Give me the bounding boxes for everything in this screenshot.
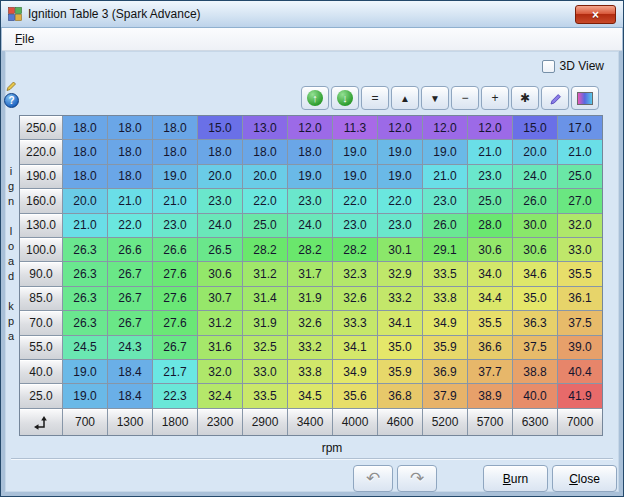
table-cell[interactable]: 20.0 bbox=[513, 140, 557, 163]
column-header[interactable]: 700 bbox=[63, 409, 107, 435]
table-cell[interactable]: 26.0 bbox=[513, 189, 557, 212]
table-cell[interactable]: 18.0 bbox=[63, 116, 107, 139]
column-header[interactable]: 4000 bbox=[333, 409, 377, 435]
undo-button[interactable]: ↶ bbox=[353, 465, 393, 492]
table-cell[interactable]: 18.4 bbox=[108, 384, 152, 407]
table-cell[interactable]: 17.0 bbox=[558, 116, 602, 139]
table-cell[interactable]: 21.0 bbox=[63, 214, 107, 237]
table-cell[interactable]: 30.0 bbox=[513, 214, 557, 237]
row-header[interactable]: 250.0 bbox=[20, 116, 62, 139]
table-cell[interactable]: 19.0 bbox=[333, 165, 377, 188]
table-cell[interactable]: 26.7 bbox=[108, 287, 152, 310]
table-cell[interactable]: 33.2 bbox=[288, 336, 332, 359]
row-header[interactable]: 130.0 bbox=[20, 214, 62, 237]
table-cell[interactable]: 18.0 bbox=[108, 140, 152, 163]
table-cell[interactable]: 22.0 bbox=[378, 189, 422, 212]
plus-button[interactable]: + bbox=[481, 86, 509, 110]
table-cell[interactable]: 26.5 bbox=[198, 238, 242, 261]
table-cell[interactable]: 41.9 bbox=[558, 384, 602, 407]
multiply-button[interactable]: ✱ bbox=[511, 86, 539, 110]
column-header[interactable]: 5700 bbox=[468, 409, 512, 435]
table-cell[interactable]: 32.3 bbox=[333, 262, 377, 285]
table-cell[interactable]: 25.0 bbox=[243, 214, 287, 237]
scale-up-button[interactable]: ▲ bbox=[391, 86, 419, 110]
table-cell[interactable]: 32.5 bbox=[243, 336, 287, 359]
table-cell[interactable]: 19.0 bbox=[63, 384, 107, 407]
table-cell[interactable]: 34.6 bbox=[513, 262, 557, 285]
column-header[interactable]: 3400 bbox=[288, 409, 332, 435]
row-header[interactable]: 85.0 bbox=[20, 287, 62, 310]
table-cell[interactable]: 31.9 bbox=[288, 287, 332, 310]
table-cell[interactable]: 36.1 bbox=[558, 287, 602, 310]
view-3d-checkbox[interactable] bbox=[542, 60, 555, 73]
interpolate-button[interactable] bbox=[571, 86, 599, 110]
table-cell[interactable]: 37.5 bbox=[513, 336, 557, 359]
table-cell[interactable]: 37.5 bbox=[558, 311, 602, 334]
table-cell[interactable]: 33.2 bbox=[378, 287, 422, 310]
table-cell[interactable]: 26.6 bbox=[108, 238, 152, 261]
table-cell[interactable]: 19.0 bbox=[63, 360, 107, 383]
scale-down-button[interactable]: ▼ bbox=[421, 86, 449, 110]
table-cell[interactable]: 25.0 bbox=[558, 165, 602, 188]
table-cell[interactable]: 19.0 bbox=[423, 140, 467, 163]
table-cell[interactable]: 34.4 bbox=[468, 287, 512, 310]
table-cell[interactable]: 22.0 bbox=[243, 189, 287, 212]
table-cell[interactable]: 33.0 bbox=[558, 238, 602, 261]
table-cell[interactable]: 31.2 bbox=[243, 262, 287, 285]
table-cell[interactable]: 25.0 bbox=[468, 189, 512, 212]
column-header[interactable]: 7000 bbox=[558, 409, 602, 435]
row-header[interactable]: 40.0 bbox=[20, 360, 62, 383]
table-cell[interactable]: 33.8 bbox=[288, 360, 332, 383]
column-header[interactable]: 1800 bbox=[153, 409, 197, 435]
redo-button[interactable]: ↷ bbox=[397, 465, 437, 492]
row-header[interactable]: 70.0 bbox=[20, 311, 62, 334]
table-cell[interactable]: 19.0 bbox=[378, 165, 422, 188]
table-cell[interactable]: 28.2 bbox=[288, 238, 332, 261]
table-cell[interactable]: 23.0 bbox=[423, 189, 467, 212]
minus-button[interactable]: − bbox=[451, 86, 479, 110]
table-cell[interactable]: 38.8 bbox=[513, 360, 557, 383]
table-cell[interactable]: 18.0 bbox=[243, 140, 287, 163]
table-cell[interactable]: 21.0 bbox=[468, 140, 512, 163]
table-cell[interactable]: 18.0 bbox=[63, 140, 107, 163]
table-cell[interactable]: 12.0 bbox=[378, 116, 422, 139]
table-cell[interactable]: 30.1 bbox=[378, 238, 422, 261]
table-cell[interactable]: 18.4 bbox=[108, 360, 152, 383]
view-3d-label[interactable]: 3D View bbox=[560, 59, 604, 73]
window-close-button[interactable]: × bbox=[575, 5, 616, 24]
table-cell[interactable]: 18.0 bbox=[153, 116, 197, 139]
column-header[interactable]: 1300 bbox=[108, 409, 152, 435]
table-cell[interactable]: 23.0 bbox=[333, 214, 377, 237]
swap-axes-button[interactable] bbox=[20, 409, 62, 435]
table-cell[interactable]: 35.5 bbox=[468, 311, 512, 334]
table-cell[interactable]: 18.0 bbox=[108, 165, 152, 188]
column-header[interactable]: 5200 bbox=[423, 409, 467, 435]
row-header[interactable]: 220.0 bbox=[20, 140, 62, 163]
table-cell[interactable]: 22.0 bbox=[108, 214, 152, 237]
table-cell[interactable]: 21.0 bbox=[108, 189, 152, 212]
table-cell[interactable]: 19.0 bbox=[288, 165, 332, 188]
table-cell[interactable]: 11.3 bbox=[333, 116, 377, 139]
table-cell[interactable]: 35.0 bbox=[378, 336, 422, 359]
table-cell[interactable]: 24.0 bbox=[513, 165, 557, 188]
table-cell[interactable]: 12.0 bbox=[468, 116, 512, 139]
table-cell[interactable]: 36.6 bbox=[468, 336, 512, 359]
table-cell[interactable]: 30.6 bbox=[198, 262, 242, 285]
table-cell[interactable]: 32.4 bbox=[198, 384, 242, 407]
table-cell[interactable]: 32.6 bbox=[333, 287, 377, 310]
table-cell[interactable]: 35.6 bbox=[333, 384, 377, 407]
table-cell[interactable]: 18.0 bbox=[108, 116, 152, 139]
table-cell[interactable]: 21.0 bbox=[558, 140, 602, 163]
table-cell[interactable]: 27.0 bbox=[558, 189, 602, 212]
table-cell[interactable]: 26.3 bbox=[63, 238, 107, 261]
burn-button[interactable]: Burn bbox=[483, 465, 548, 492]
menu-file[interactable]: File bbox=[8, 30, 41, 48]
table-cell[interactable]: 18.0 bbox=[288, 140, 332, 163]
table-cell[interactable]: 34.9 bbox=[423, 311, 467, 334]
table-cell[interactable]: 26.3 bbox=[63, 262, 107, 285]
table-cell[interactable]: 31.7 bbox=[288, 262, 332, 285]
table-cell[interactable]: 31.2 bbox=[198, 311, 242, 334]
table-cell[interactable]: 29.1 bbox=[423, 238, 467, 261]
table-cell[interactable]: 18.0 bbox=[198, 140, 242, 163]
table-cell[interactable]: 24.0 bbox=[288, 214, 332, 237]
